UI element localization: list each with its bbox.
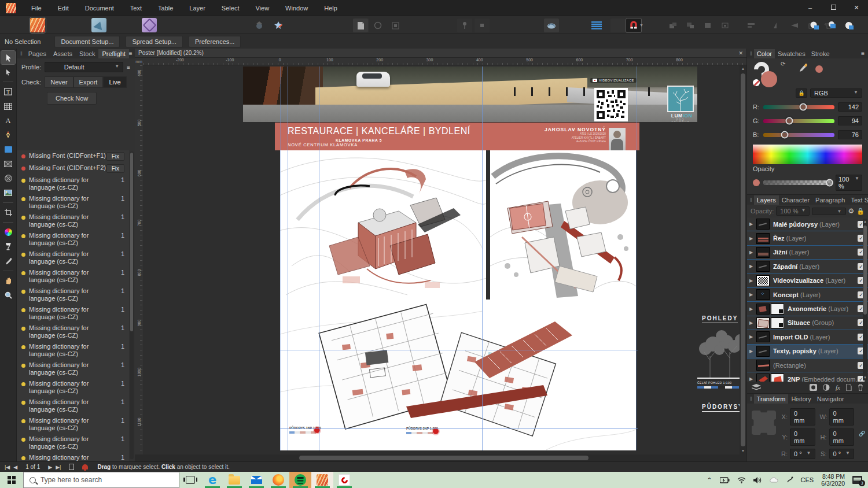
maximize-button[interactable] bbox=[822, 0, 845, 16]
transform-value-input[interactable]: 0 mm▼ bbox=[829, 428, 855, 446]
fill-color-swatch[interactable] bbox=[761, 71, 777, 87]
arrange-icon-2[interactable] bbox=[683, 19, 698, 32]
floor-plans-frame[interactable] bbox=[280, 300, 636, 450]
layer-settings-gear-icon[interactable]: ⚙ bbox=[848, 207, 855, 215]
preflight-issue-row[interactable]: Missing dictionary for language (cs-CZ) … bbox=[17, 360, 129, 378]
taskbar-clock[interactable]: 8:48 PM 6/3/2020 bbox=[821, 473, 845, 487]
layer-expand-icon[interactable]: ▶ bbox=[749, 236, 756, 241]
layer-expand-icon[interactable]: ▶ bbox=[749, 376, 756, 382]
vertical-ruler[interactable]: 400 500 600 700 800 900 1000 1100 bbox=[135, 65, 143, 454]
unpin-icon[interactable] bbox=[475, 19, 490, 32]
transform-panel-tab[interactable]: Transform bbox=[754, 394, 789, 404]
preflight-issue-row[interactable]: Missing dictionary for language (cs-CZ) … bbox=[17, 267, 129, 286]
adjustment-icon[interactable] bbox=[823, 384, 830, 391]
zoom-tool[interactable] bbox=[1, 289, 15, 302]
channel-slider[interactable] bbox=[763, 119, 834, 123]
check-mode-option[interactable]: Never bbox=[45, 76, 73, 88]
check-mode-option[interactable]: Live bbox=[103, 76, 126, 88]
close-button[interactable]: ✕ bbox=[845, 0, 868, 16]
alignment-icon[interactable] bbox=[744, 19, 759, 32]
poster-title-band[interactable]: RESTAURACE | KANCELÁŘE | BYDLENÍ KLAMOVK… bbox=[275, 123, 639, 150]
anchor-point-selector[interactable] bbox=[752, 411, 776, 435]
layer-expand-icon[interactable]: ▶ bbox=[749, 306, 756, 312]
mask-icon[interactable] bbox=[810, 384, 817, 391]
preflight-issue-row[interactable]: Missing dictionary for language (cs-CZ) … bbox=[17, 304, 129, 323]
document-tab-close-icon[interactable]: ✕ bbox=[738, 50, 743, 56]
wifi-icon[interactable] bbox=[737, 477, 746, 483]
site-plan-drawing-frame[interactable] bbox=[490, 150, 636, 300]
assistant-icon[interactable] bbox=[544, 19, 559, 32]
arrange-icon-1[interactable] bbox=[665, 19, 681, 32]
layer-row[interactable]: ▶ Situace (Group) bbox=[747, 316, 868, 330]
axonometric-drawing-frame[interactable] bbox=[280, 150, 486, 300]
issue-list-scrollbar[interactable] bbox=[130, 151, 134, 459]
preflight-issue-row[interactable]: Missing dictionary for language (cs-CZ) … bbox=[17, 378, 129, 397]
page-preview-icon[interactable] bbox=[69, 464, 74, 470]
preflight-issue-row[interactable]: Missing dictionary for language (cs-CZ) … bbox=[17, 249, 129, 267]
color-panel-tab[interactable]: Swatches bbox=[775, 49, 808, 58]
preflight-issue-row[interactable]: Missing Font (CIDFont+F1) Fix bbox=[17, 150, 129, 162]
taskbar-app-edge[interactable]: e bbox=[201, 472, 223, 488]
preflight-issue-row[interactable]: Missing dictionary for language (cs-CZ) … bbox=[17, 434, 129, 452]
horizontal-ruler[interactable]: -200 -100 0 100 200 300 400 500 600 bbox=[143, 58, 746, 65]
picture-frame-ellipse-tool[interactable] bbox=[1, 172, 15, 185]
flip-vertical-icon[interactable] bbox=[787, 19, 802, 32]
layer-expand-icon[interactable]: ▶ bbox=[749, 278, 756, 283]
menu-item[interactable]: Layer bbox=[181, 1, 214, 15]
action-center-icon[interactable]: 3 bbox=[852, 476, 862, 484]
transform-panel-tab[interactable]: Navigator bbox=[814, 394, 847, 404]
channel-value-input[interactable]: 76 bbox=[838, 130, 862, 139]
delete-layer-icon[interactable] bbox=[858, 384, 863, 391]
tray-chevron-icon[interactable]: ⌃ bbox=[707, 476, 712, 484]
transform-value-input[interactable]: 0 mm▼ bbox=[790, 428, 815, 446]
onedrive-cloud-icon[interactable] bbox=[769, 477, 779, 483]
fill-gradient-tool[interactable] bbox=[1, 225, 15, 239]
menu-item[interactable]: File bbox=[23, 1, 50, 15]
fix-button[interactable]: Fix bbox=[106, 152, 124, 161]
transparency-tool[interactable] bbox=[1, 240, 15, 253]
left-panel-tab[interactable]: Assets bbox=[50, 49, 76, 58]
previous-page-button[interactable]: ◀ bbox=[13, 464, 17, 470]
color-picker-tool[interactable] bbox=[1, 254, 15, 268]
layer-opacity-select[interactable]: 100 %▼ bbox=[776, 206, 810, 216]
taskbar-app-firefox[interactable] bbox=[267, 472, 289, 488]
link-dimensions-icon[interactable]: 🔗 bbox=[859, 408, 863, 459]
layer-stack-icon[interactable] bbox=[752, 384, 761, 391]
layer-row[interactable]: ▶ Západní (Layer) bbox=[747, 260, 868, 273]
channel-value-input[interactable]: 94 bbox=[838, 116, 862, 125]
layers-panel-tab[interactable]: Layers bbox=[754, 195, 779, 205]
transform-value-input[interactable]: 0 °▼ bbox=[790, 449, 815, 459]
layer-expand-icon[interactable]: ▶ bbox=[749, 250, 756, 255]
context-button[interactable]: Document Setup... bbox=[54, 36, 120, 47]
vertical-scrollbar[interactable]: ▲▼ bbox=[740, 65, 746, 454]
menu-item[interactable]: View bbox=[247, 1, 277, 15]
preflight-issue-row[interactable]: Missing Font (CIDFont+F2) Fix bbox=[17, 162, 129, 175]
arrange-icon-3[interactable] bbox=[700, 19, 715, 32]
view-hand-tool[interactable] bbox=[1, 274, 15, 287]
layer-row[interactable]: ▶ Import OLD (Layer) bbox=[747, 330, 868, 344]
taskbar-app-spotify[interactable] bbox=[289, 472, 311, 488]
new-layer-icon[interactable] bbox=[846, 384, 852, 391]
layer-row[interactable]: ▶ Malé půdorysy (Layer) bbox=[747, 217, 868, 231]
transform-value-input[interactable]: 0 °▼ bbox=[829, 449, 855, 459]
opacity-value-input[interactable]: 100 %▼ bbox=[836, 175, 862, 191]
layer-row[interactable]: ▶ Řez (Layer) bbox=[747, 231, 868, 245]
layers-panel-tab[interactable]: Text Styles bbox=[848, 195, 868, 205]
taskbar-search[interactable]: Type here to search bbox=[23, 472, 179, 488]
opacity-slider[interactable] bbox=[763, 180, 832, 185]
vector-crop-tool[interactable] bbox=[1, 206, 15, 219]
layer-expand-icon[interactable]: ▶ bbox=[749, 320, 756, 326]
taskbar-app-mail[interactable] bbox=[245, 472, 267, 488]
swap-colors-icon[interactable]: ⟳ bbox=[781, 61, 785, 67]
insert-top-icon[interactable] bbox=[842, 19, 857, 32]
artistic-text-tool[interactable]: A bbox=[1, 114, 15, 127]
fix-button[interactable]: Fix bbox=[106, 164, 124, 173]
sync-defaults-icon[interactable] bbox=[271, 19, 286, 32]
picture-frame-rectangle-tool[interactable] bbox=[1, 157, 15, 171]
preflight-issue-row[interactable]: Missing dictionary for language (cs-CZ) … bbox=[17, 212, 129, 230]
channel-value-input[interactable]: 142 bbox=[838, 102, 862, 112]
transform-value-input[interactable]: 0 mm▼ bbox=[829, 408, 855, 426]
panel-menu-icon[interactable]: ≡ bbox=[129, 50, 133, 57]
preflight-issue-row[interactable]: Missing dictionary for language (cs-CZ) … bbox=[17, 286, 129, 304]
preflight-issue-row[interactable]: Missing dictionary for language (cs-CZ) … bbox=[17, 323, 129, 341]
